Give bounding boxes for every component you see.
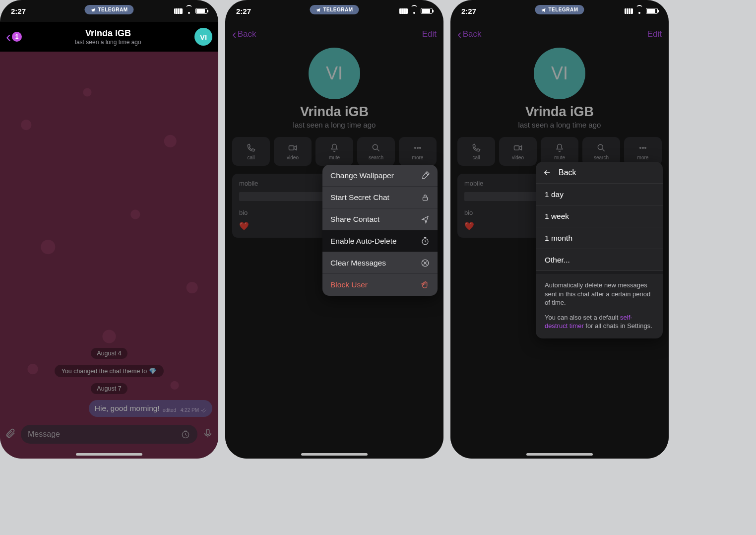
wifi-icon <box>185 8 193 14</box>
profile-subtitle: last seen a long time ago <box>225 121 443 129</box>
share-icon <box>421 215 430 224</box>
svg-point-13 <box>642 147 644 148</box>
message-meta: edited 4:22 PM <box>163 407 206 413</box>
attach-icon[interactable] <box>5 428 16 441</box>
profile-name: Vrinda iGB <box>225 104 443 120</box>
menu-auto-delete[interactable]: Enable Auto-Delete <box>322 230 438 252</box>
status-bar: 2:27 <box>0 0 218 22</box>
hand-icon <box>421 280 430 289</box>
svg-point-6 <box>420 147 421 148</box>
svg-rect-2 <box>289 145 294 149</box>
svg-rect-10 <box>514 145 519 149</box>
home-indicator <box>301 453 368 456</box>
option-other[interactable]: Other... <box>536 249 663 271</box>
menu-change-wallpaper[interactable]: Change Wallpaper <box>322 165 438 187</box>
date-separator: August 4 <box>91 348 127 359</box>
menu-share-contact[interactable]: Share Contact <box>322 208 438 230</box>
signal-icon <box>174 8 183 14</box>
brush-icon <box>421 171 430 180</box>
message-text: Hie, good morning! <box>95 404 160 413</box>
menu-block-user[interactable]: Block User <box>322 274 438 296</box>
status-time: 2:27 <box>11 7 26 15</box>
profile-avatar[interactable]: VI <box>309 48 360 99</box>
edit-button[interactable]: Edit <box>647 29 662 39</box>
status-bar: 2:27 <box>450 0 669 22</box>
svg-rect-7 <box>423 197 428 201</box>
mic-icon[interactable] <box>202 428 213 441</box>
svg-point-4 <box>415 147 416 148</box>
auto-delete-sheet: Back 1 day 1 week 1 month Other... Autom… <box>536 162 663 338</box>
option-1-month[interactable]: 1 month <box>536 227 663 249</box>
system-message: You changed the chat theme to💎 <box>55 365 164 377</box>
outgoing-message[interactable]: Hie, good morning! edited 4:22 PM <box>89 400 212 417</box>
screenshot-chat: TELEGRAM 2:27 ‹ 1 Vrinda iGB last seen a… <box>0 0 218 459</box>
timer-icon <box>421 237 430 246</box>
action-video[interactable]: video <box>274 137 312 166</box>
back-button[interactable]: ‹Back <box>232 29 256 39</box>
menu-clear-messages[interactable]: Clear Messages <box>322 252 438 274</box>
lock-icon <box>421 193 430 202</box>
svg-point-12 <box>640 147 641 148</box>
arrow-left-icon <box>543 168 552 177</box>
action-mute[interactable]: mute <box>315 137 353 166</box>
status-time: 2:27 <box>236 7 251 15</box>
profile-name: Vrinda iGB <box>450 104 669 120</box>
profile-actions: call video mute search more <box>225 137 443 166</box>
action-call[interactable]: call <box>232 137 270 166</box>
menu-secret-chat[interactable]: Start Secret Chat <box>322 187 438 208</box>
sheet-back[interactable]: Back <box>536 162 663 184</box>
more-menu: Change Wallpaper Start Secret Chat Share… <box>322 165 438 296</box>
back-button[interactable]: ‹Back <box>457 29 481 39</box>
action-video[interactable]: video <box>499 137 537 166</box>
home-indicator <box>526 453 593 456</box>
svg-rect-1 <box>206 429 209 435</box>
battery-icon <box>195 8 207 14</box>
svg-point-14 <box>645 147 646 148</box>
action-more[interactable]: more <box>399 137 437 166</box>
svg-point-5 <box>417 147 419 148</box>
edit-button[interactable]: Edit <box>422 29 437 39</box>
action-call[interactable]: call <box>457 137 495 166</box>
chat-body: August 4 You changed the chat theme to💎 … <box>0 52 218 459</box>
svg-point-3 <box>373 144 378 149</box>
status-time: 2:27 <box>461 7 476 15</box>
home-indicator <box>76 453 142 456</box>
header-highlight-hole <box>0 22 218 52</box>
profile-avatar[interactable]: VI <box>534 48 585 99</box>
clear-icon <box>421 259 430 268</box>
message-input[interactable]: Message <box>21 425 197 444</box>
date-separator: August 7 <box>91 383 127 394</box>
svg-point-11 <box>598 144 603 149</box>
timer-icon[interactable] <box>181 429 190 439</box>
option-1-week[interactable]: 1 week <box>536 205 663 227</box>
sheet-footer: Automatically delete new messages sent i… <box>536 271 663 338</box>
status-bar: 2:27 <box>225 0 443 22</box>
option-1-day[interactable]: 1 day <box>536 184 663 205</box>
action-search[interactable]: search <box>357 137 395 166</box>
profile-header: ‹Back Edit <box>225 22 443 47</box>
screenshot-profile-menu: TELEGRAM 2:27 ‹Back Edit VI Vrinda iGB l… <box>225 0 443 459</box>
screenshot-autodelete-sheet: TELEGRAM 2:27 ‹Back Edit VI Vrinda iGB l… <box>450 0 669 459</box>
profile-subtitle: last seen a long time ago <box>450 121 669 129</box>
message-placeholder: Message <box>28 430 60 439</box>
